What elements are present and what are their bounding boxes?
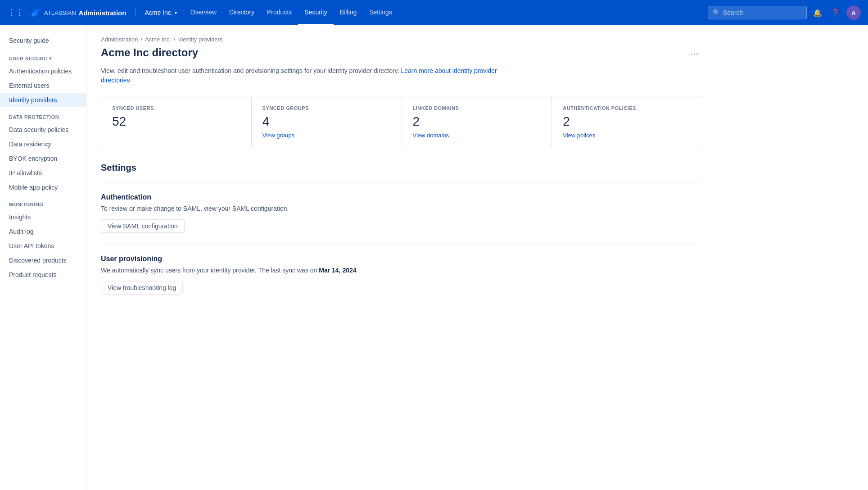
main-content: Administration / Acme Inc. / Identity pr… <box>86 25 717 490</box>
breadcrumb-sep-2: / <box>174 36 176 43</box>
stat-label-synced-groups: SYNCED GROUPS <box>262 105 391 111</box>
stat-label-synced-users: SYNCED USERS <box>112 105 240 111</box>
atlassian-logo[interactable]: ATLASSIAN Administration <box>29 6 126 19</box>
breadcrumb: Administration / Acme Inc. / Identity pr… <box>101 36 702 43</box>
notifications-button[interactable]: 🔔 <box>810 5 825 20</box>
topnav-right: 🔍 🔔 ❓ A <box>708 5 861 20</box>
breadcrumb-sep-1: / <box>140 36 142 43</box>
authentication-section: Authentication To review or make change … <box>101 182 702 244</box>
user-provisioning-desc-start: We automatically sync users from your id… <box>101 267 317 274</box>
stat-card-synced-users: SYNCED USERS 52 <box>101 96 252 148</box>
stat-label-auth-policies: AUTHENTICATION POLICIES <box>563 105 691 111</box>
last-sync-date: Mar 14, 2024 <box>319 267 356 274</box>
sidebar-security-guide[interactable]: Security guide <box>0 32 86 49</box>
layout: Security guide USER SECURITY Authenticat… <box>0 25 868 490</box>
user-provisioning-section: User provisioning We automatically sync … <box>101 244 702 305</box>
authentication-title: Authentication <box>101 193 702 201</box>
search-icon: 🔍 <box>713 9 720 16</box>
page-title: Acme Inc directory <box>101 46 198 59</box>
search-input[interactable] <box>723 9 802 16</box>
page-header: Acme Inc directory ⋯ <box>101 46 702 61</box>
breadcrumb-administration[interactable]: Administration <box>101 36 138 43</box>
stat-value-linked-domains: 2 <box>413 114 541 129</box>
stat-card-linked-domains: LINKED DOMAINS 2 View domains <box>402 96 552 148</box>
view-groups-link[interactable]: View groups <box>262 132 294 139</box>
sidebar-item-mobile-app[interactable]: Mobile app policy <box>0 180 86 195</box>
sidebar-item-product-requests[interactable]: Product requests <box>0 268 86 282</box>
topnav: ⋮⋮ ATLASSIAN Administration Acme Inc. ▾ … <box>0 0 868 25</box>
page-description: View, edit and troubleshoot user authent… <box>101 66 506 85</box>
sidebar-section-monitoring: MONITORING <box>0 195 86 210</box>
stat-card-auth-policies: AUTHENTICATION POLICIES 2 View polices <box>552 96 702 148</box>
sidebar-section-user-security: USER SECURITY <box>0 49 86 64</box>
breadcrumb-acme[interactable]: Acme Inc. <box>145 36 171 43</box>
more-options-button[interactable]: ⋯ <box>686 46 702 61</box>
admin-label: Administration <box>79 9 127 17</box>
stat-card-synced-groups: SYNCED GROUPS 4 View groups <box>252 96 402 148</box>
sidebar-item-audit-log[interactable]: Audit log <box>0 224 86 239</box>
org-label: Acme Inc. <box>145 9 172 16</box>
help-button[interactable]: ❓ <box>828 5 843 20</box>
sidebar-item-insights[interactable]: Insights <box>0 210 86 224</box>
view-troubleshooting-log-button[interactable]: View troubleshooting log <box>101 281 183 295</box>
sidebar-item-external-users[interactable]: External users <box>0 78 86 93</box>
user-provisioning-title: User provisioning <box>101 255 702 263</box>
stat-value-auth-policies: 2 <box>563 114 691 129</box>
nav-links: Overview Directory Products Security Bil… <box>184 0 704 25</box>
user-provisioning-description: We automatically sync users from your id… <box>101 267 702 274</box>
nav-divider <box>135 8 136 17</box>
sidebar-item-discovered-products[interactable]: Discovered products <box>0 253 86 268</box>
stat-value-synced-users: 52 <box>112 114 240 129</box>
sidebar-item-user-api-tokens[interactable]: User API tokens <box>0 239 86 253</box>
avatar[interactable]: A <box>846 5 861 20</box>
sidebar-item-auth-policies[interactable]: Authentication policies <box>0 64 86 78</box>
view-domains-link[interactable]: View domains <box>413 132 449 139</box>
sidebar-item-ip-allowlists[interactable]: IP allowlists <box>0 166 86 180</box>
breadcrumb-identity-providers[interactable]: Identity providers <box>178 36 222 43</box>
authentication-description: To review or make change to SAML, view y… <box>101 205 702 212</box>
view-saml-button[interactable]: View SAML configuration <box>101 219 185 233</box>
view-policies-link[interactable]: View polices <box>563 132 595 139</box>
nav-link-billing[interactable]: Billing <box>334 0 363 25</box>
nav-link-products[interactable]: Products <box>261 0 298 25</box>
search-box[interactable]: 🔍 <box>708 6 807 19</box>
sidebar-item-data-residency[interactable]: Data residency <box>0 137 86 151</box>
atlassian-label: ATLASSIAN <box>44 9 76 16</box>
nav-link-directory[interactable]: Directory <box>223 0 261 25</box>
grid-icon[interactable]: ⋮⋮ <box>7 8 23 18</box>
chevron-down-icon: ▾ <box>175 10 177 15</box>
stat-cards: SYNCED USERS 52 SYNCED GROUPS 4 View gro… <box>101 96 702 148</box>
sidebar-item-identity-providers[interactable]: Identity providers <box>0 93 86 107</box>
sidebar-item-data-security[interactable]: Data security policies <box>0 122 86 137</box>
settings-title: Settings <box>101 163 702 173</box>
sidebar: Security guide USER SECURITY Authenticat… <box>0 25 86 490</box>
nav-link-security[interactable]: Security <box>298 0 334 25</box>
sidebar-section-data-protection: DATA PROTECTION <box>0 107 86 122</box>
page-description-text: View, edit and troubleshoot user authent… <box>101 67 399 74</box>
nav-link-overview[interactable]: Overview <box>184 0 223 25</box>
stat-value-synced-groups: 4 <box>262 114 391 129</box>
org-selector[interactable]: Acme Inc. ▾ <box>141 7 180 18</box>
user-provisioning-desc-end: . <box>358 267 360 274</box>
stat-label-linked-domains: LINKED DOMAINS <box>413 105 541 111</box>
nav-link-settings[interactable]: Settings <box>363 0 398 25</box>
sidebar-item-byok[interactable]: BYOK encryption <box>0 151 86 166</box>
